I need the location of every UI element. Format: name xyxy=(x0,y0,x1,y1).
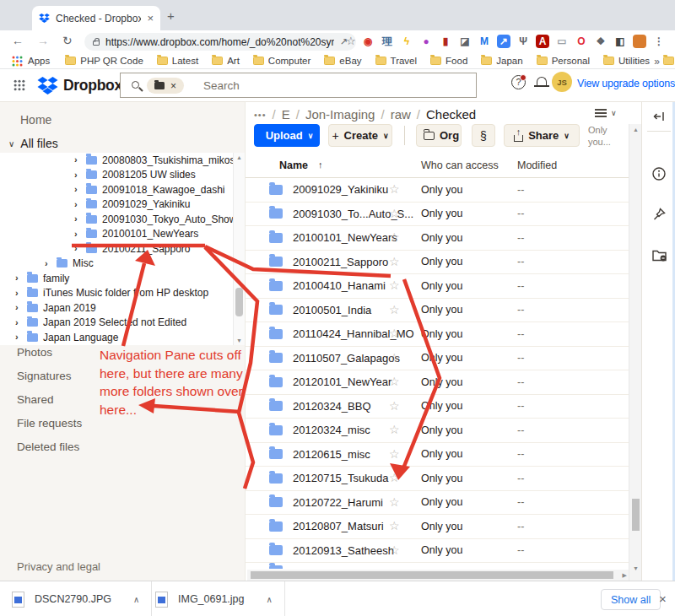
new-tab-button[interactable]: + xyxy=(167,8,175,23)
star-icon[interactable] xyxy=(389,471,400,484)
star-icon[interactable] xyxy=(389,495,400,509)
malwarebytes-extension-icon[interactable]: M xyxy=(478,35,491,48)
gray-tool-extension-icon[interactable]: ◪ xyxy=(458,35,472,48)
folder-name[interactable]: 20100410_Hanami xyxy=(293,279,386,292)
file-row[interactable]: 20100501_India Only you -- xyxy=(246,299,629,323)
red-book-extension-icon[interactable]: ▮ xyxy=(439,35,452,48)
bookmark-folder[interactable]: Latest xyxy=(157,56,198,66)
column-name[interactable]: Name xyxy=(279,159,308,171)
breadcrumb-item[interactable]: E xyxy=(282,107,290,122)
search-filter-chip[interactable]: × xyxy=(147,78,184,94)
lock-icon[interactable] xyxy=(93,41,100,46)
bookmark-folder[interactable]: PHP QR Code xyxy=(65,56,143,66)
file-row[interactable]: 20120324_BBQ Only you -- xyxy=(246,395,629,419)
expand-chevron-icon[interactable] xyxy=(15,289,22,298)
folder-name[interactable]: 20100101_NewYears xyxy=(293,231,397,244)
sidebar-item-home[interactable]: Home xyxy=(20,113,51,127)
sidebar-section-item[interactable]: Shared xyxy=(0,388,245,412)
bookmark-folder[interactable]: Art xyxy=(212,56,240,66)
star-icon[interactable] xyxy=(389,423,400,436)
tree-item[interactable]: family xyxy=(0,271,245,286)
scroll-down-icon[interactable]: ▼ xyxy=(633,565,639,571)
chip-close-icon[interactable]: × xyxy=(170,81,176,91)
bookmark-folder[interactable]: Computer xyxy=(253,56,311,66)
expand-chevron-icon[interactable] xyxy=(74,155,81,165)
chevron-up-icon[interactable]: ∧ xyxy=(267,595,273,604)
file-row[interactable]: 20120722_Harumi Only you -- xyxy=(246,491,629,516)
side-panel-icon[interactable]: ◧ xyxy=(613,35,627,48)
kanji-extension-icon[interactable]: 理 xyxy=(381,35,394,48)
folder-badge-icon[interactable] xyxy=(651,247,667,262)
star-icon[interactable] xyxy=(389,447,400,461)
file-row[interactable]: 20091030_To...Auto_S... Only you -- xyxy=(246,203,629,227)
sidebar-section-item[interactable]: File requests xyxy=(0,412,245,435)
star-icon[interactable] xyxy=(389,303,400,316)
folder-name[interactable]: 20091029_Yakiniku xyxy=(293,183,388,196)
back-icon[interactable]: ← xyxy=(12,34,24,47)
address-bar[interactable]: https://www.dropbox.com/home/_do%20not%2… xyxy=(84,33,356,51)
bookmark-folder[interactable]: Travel xyxy=(375,56,418,66)
file-row[interactable]: 20120101_NewYear Only you -- xyxy=(246,370,629,395)
file-row[interactable]: 20120715_Tsukuda Only you -- xyxy=(246,467,629,491)
acrobat-extension-icon[interactable]: A xyxy=(536,35,549,48)
file-row[interactable]: 20110424_Hannibal_MO Only you -- xyxy=(246,322,629,347)
show-all-button[interactable]: Show all xyxy=(601,589,661,610)
tree-item[interactable]: 20081205 UW slides xyxy=(0,168,245,183)
reload-icon[interactable]: ↻ xyxy=(62,34,73,47)
upgrade-link[interactable]: View upgrade options xyxy=(577,78,675,89)
file-row[interactable]: 20100410_Hanami Only you -- xyxy=(246,274,629,299)
file-row[interactable]: 20120324_misc Only you -- xyxy=(246,419,629,443)
folder-name[interactable]: 20110507_Galapagos xyxy=(293,352,400,365)
capsule-extension-icon[interactable]: ▭ xyxy=(555,35,569,48)
file-row[interactable]: 20091029_Yakiniku Only you -- xyxy=(246,178,629,203)
lightning-extension-icon[interactable]: ϟ xyxy=(400,35,413,48)
info-icon[interactable] xyxy=(651,166,667,181)
notifications-bell-icon[interactable] xyxy=(537,77,547,85)
star-icon[interactable] xyxy=(389,351,400,365)
scrollbar-thumb[interactable] xyxy=(235,288,243,316)
sidebar-section-item[interactable]: Photos xyxy=(0,341,245,365)
tree-item[interactable]: 20091030_Tokyo_Auto_Show xyxy=(0,212,245,227)
bookmark-folder[interactable]: Food xyxy=(430,56,467,66)
view-toggle[interactable]: ∨ xyxy=(595,109,617,117)
star-icon[interactable] xyxy=(389,207,400,220)
share-button[interactable]: Share ∨ xyxy=(504,124,580,147)
create-button[interactable]: + Create ∨ xyxy=(328,124,392,147)
tab-close-icon[interactable]: × xyxy=(147,13,154,24)
close-icon[interactable]: × xyxy=(659,592,667,606)
bookmarks-overflow-icon[interactable]: » xyxy=(654,56,660,68)
purple-circle-extension-icon[interactable]: ● xyxy=(419,35,433,48)
download-filename[interactable]: IMG_0691.jpg xyxy=(178,593,245,605)
expand-chevron-icon[interactable] xyxy=(74,230,81,239)
expand-chevron-icon[interactable] xyxy=(74,170,81,180)
expand-chevron-icon[interactable] xyxy=(74,244,81,253)
sort-arrow-icon[interactable]: ↑ xyxy=(318,159,323,170)
bookmark-folder[interactable]: Japan xyxy=(481,56,522,66)
star-icon[interactable] xyxy=(389,230,400,244)
folder-name[interactable]: 20120715_Tsukuda xyxy=(293,472,389,484)
file-row[interactable]: 20100101_NewYears Only you -- xyxy=(246,226,629,251)
sidebar-section-item[interactable]: Signatures xyxy=(0,365,245,388)
profile-avatar-icon[interactable] xyxy=(633,35,646,48)
bookmark-star-icon[interactable]: ☆ xyxy=(346,35,356,47)
tree-item[interactable]: 20091018_Kawagoe_dashi xyxy=(0,182,245,197)
forward-icon[interactable]: → xyxy=(37,34,49,47)
file-row[interactable]: 20100211_Sapporo Only you -- xyxy=(246,251,629,275)
folder-name[interactable]: 20120101_NewYear xyxy=(293,376,392,388)
file-row[interactable]: 20120615_misc Only you -- xyxy=(246,443,629,467)
chevron-down-icon[interactable]: ∨ xyxy=(8,139,14,149)
tree-item[interactable]: iTunes Music folder from HP desktop xyxy=(0,286,245,301)
expand-chevron-icon[interactable] xyxy=(74,185,81,194)
bookmark-folder[interactable]: Personal xyxy=(537,56,590,66)
star-icon[interactable] xyxy=(389,399,400,413)
extensions-puzzle-icon[interactable]: ❖ xyxy=(594,35,608,48)
file-row[interactable]: 20120913_Satheesh Only you -- xyxy=(246,539,629,564)
star-icon[interactable] xyxy=(389,543,400,557)
bookmark-apps[interactable]: Apps xyxy=(12,56,50,67)
folder-name[interactable]: 20120324_BBQ xyxy=(293,400,371,413)
expand-chevron-icon[interactable] xyxy=(15,273,22,283)
opera-extension-icon[interactable]: O xyxy=(575,35,588,48)
scroll-up-icon[interactable]: ▲ xyxy=(236,154,242,160)
search-input[interactable]: × Search xyxy=(120,73,477,98)
collapse-panel-icon[interactable] xyxy=(651,109,667,124)
